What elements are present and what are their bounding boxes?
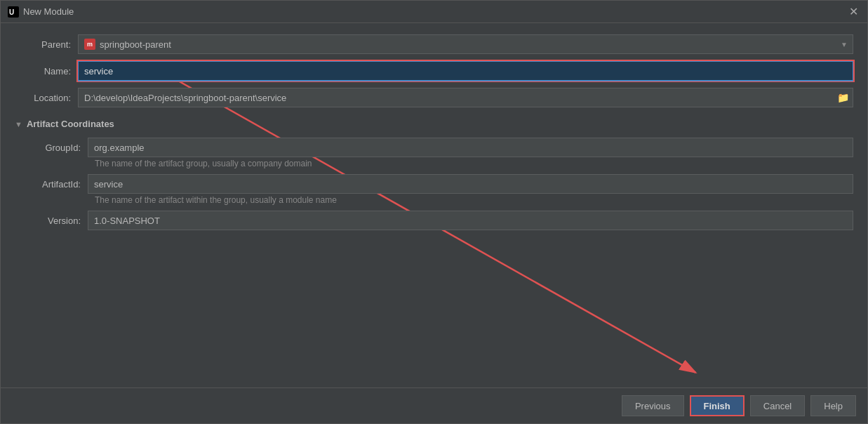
name-input-wrapper — [78, 61, 853, 81]
title-bar: U New Module ✕ — [1, 1, 867, 23]
maven-icon: m — [84, 39, 95, 50]
groupid-hint: The name of the artifact group, usually … — [95, 159, 853, 168]
parent-row: Parent: m springboot-parent ▼ — [15, 34, 853, 54]
location-input-wrapper: 📁 — [78, 88, 853, 107]
svg-text:U: U — [9, 8, 14, 16]
version-wrapper — [88, 211, 853, 230]
finish-button-wrapper: Finish — [690, 395, 745, 416]
parent-value: springboot-parent — [100, 39, 171, 50]
cancel-button[interactable]: Cancel — [750, 395, 805, 416]
groupid-row: GroupId: — [25, 138, 853, 157]
artifact-section-header[interactable]: ▼ Artifact Coordinates — [15, 119, 853, 129]
artifactid-input[interactable] — [88, 174, 853, 194]
dialog-footer: Previous Finish Cancel Help — [1, 387, 867, 423]
artifactid-label: ArtifactId: — [25, 179, 88, 190]
help-button[interactable]: Help — [810, 395, 856, 416]
version-input[interactable] — [88, 211, 853, 230]
parent-dropdown-wrapper: m springboot-parent ▼ — [78, 34, 853, 54]
dialog-title: New Module — [23, 6, 846, 17]
artifactid-hint: The name of the artifact within the grou… — [95, 195, 853, 205]
dialog-content: Parent: m springboot-parent ▼ Name: Loca… — [1, 23, 867, 387]
previous-button[interactable]: Previous — [622, 395, 684, 416]
artifact-section: GroupId: The name of the artifact group,… — [15, 138, 853, 230]
location-label: Location: — [15, 93, 78, 103]
artifactid-row: ArtifactId: — [25, 174, 853, 194]
artifact-section-title: Artifact Coordinates — [27, 119, 114, 129]
name-row: Name: — [15, 61, 853, 81]
version-label: Version: — [25, 216, 88, 226]
groupid-input[interactable] — [88, 138, 853, 157]
location-row: Location: 📁 — [15, 88, 853, 107]
folder-button[interactable]: 📁 — [836, 91, 850, 105]
groupid-label: GroupId: — [25, 143, 88, 153]
location-input[interactable] — [78, 88, 853, 107]
app-icon: U — [8, 6, 19, 18]
groupid-wrapper — [88, 138, 853, 157]
artifactid-wrapper — [88, 174, 853, 194]
name-label: Name: — [15, 66, 78, 77]
name-input[interactable] — [78, 61, 853, 81]
version-row: Version: — [25, 211, 853, 230]
close-button[interactable]: ✕ — [846, 5, 860, 19]
finish-button[interactable]: Finish — [690, 395, 745, 416]
collapse-icon: ▼ — [15, 120, 22, 128]
new-module-dialog: U New Module ✕ Parent: m springboot-pare… — [0, 0, 868, 424]
parent-label: Parent: — [15, 39, 78, 50]
